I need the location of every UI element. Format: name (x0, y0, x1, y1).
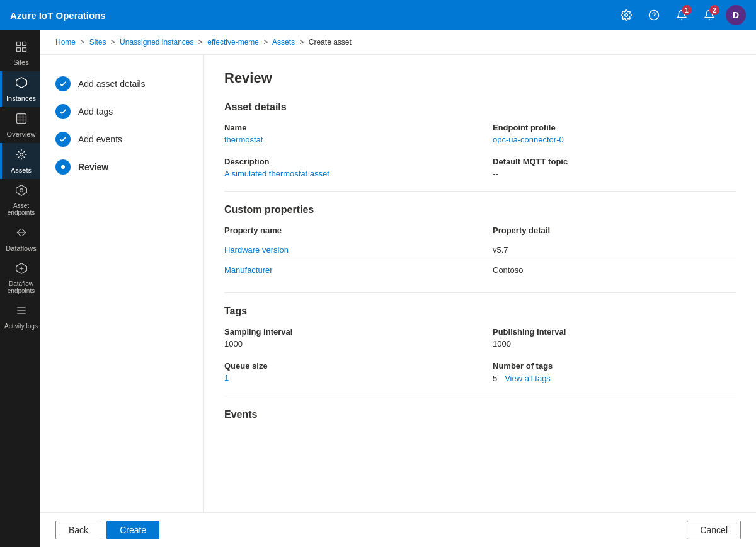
divider-2 (224, 292, 736, 293)
wizard-steps-panel: Add asset details Add tags (40, 55, 204, 512)
instances-icon (15, 76, 28, 92)
sidebar-item-assets-label: Assets (11, 166, 32, 174)
step-circle-4 (55, 159, 71, 175)
breadcrumb-unassigned-instances[interactable]: Unassigned instances (120, 38, 193, 47)
step-review[interactable]: Review (50, 153, 193, 181)
sidebar-item-sites-label: Sites (13, 59, 28, 66)
property-detail-col-header: Property detail (493, 226, 736, 235)
sampling-interval-value: 1000 (224, 339, 467, 348)
queue-size-field: Queue size 1 (224, 361, 467, 383)
sidebar-item-overview-label: Overview (7, 130, 36, 138)
notifications2-button[interactable]: 2 (698, 4, 721, 26)
prop-value-1: v5.7 (493, 245, 736, 255)
svg-point-15 (20, 189, 23, 192)
sidebar: Sites Instances Overview (0, 30, 40, 547)
sidebar-item-activity-logs[interactable]: Activity logs (0, 299, 40, 335)
settings-button[interactable] (615, 4, 638, 26)
asset-details-section-title: Asset details (224, 101, 736, 113)
step-label-3: Add events (78, 134, 122, 144)
publishing-interval-label: Publishing interval (493, 327, 736, 337)
number-of-tags-value: 5 (493, 374, 497, 383)
step-label-1: Add asset details (78, 79, 146, 89)
custom-properties-section-title: Custom properties (224, 204, 736, 216)
events-section-title: Events (224, 409, 736, 420)
sidebar-item-dataflow-endpoints-label: Dataflow endpoints (4, 280, 38, 294)
sites-icon (15, 40, 28, 56)
sidebar-item-dataflows[interactable]: Dataflows (0, 221, 40, 257)
svg-rect-4 (22, 42, 26, 46)
sidebar-item-dataflows-label: Dataflows (6, 245, 36, 252)
dataflow-endpoints-icon (15, 262, 28, 278)
sidebar-item-asset-endpoints-label: Asset endpoints (4, 202, 38, 216)
assets-icon (15, 148, 28, 164)
svg-marker-14 (16, 185, 26, 196)
breadcrumb-current: Create asset (309, 38, 352, 47)
sidebar-item-dataflow-endpoints[interactable]: Dataflow endpoints (0, 257, 40, 299)
step-circle-1 (55, 76, 71, 91)
breadcrumb-home[interactable]: Home (55, 38, 76, 47)
custom-prop-row-2: Manufacturer Contoso (224, 260, 736, 280)
svg-point-20 (61, 165, 65, 169)
sidebar-item-sites[interactable]: Sites (0, 35, 40, 71)
create-button[interactable]: Create (106, 521, 159, 539)
step-add-asset-details[interactable]: Add asset details (50, 70, 193, 98)
step-circle-3 (55, 132, 71, 147)
cancel-button[interactable]: Cancel (687, 521, 741, 539)
sidebar-item-asset-endpoints[interactable]: Asset endpoints (0, 179, 40, 221)
asset-details-grid: Name thermostat Endpoint profile opc-ua-… (224, 123, 736, 178)
sidebar-item-assets[interactable]: Assets (0, 143, 40, 179)
publishing-interval-value: 1000 (493, 339, 736, 348)
tags-section-title: Tags (224, 306, 736, 317)
content-area: Home > Sites > Unassigned instances > ef… (40, 30, 756, 547)
sidebar-item-activity-logs-label: Activity logs (4, 323, 38, 330)
back-button[interactable]: Back (55, 521, 101, 539)
notifications1-button[interactable]: 1 (670, 4, 693, 26)
review-title: Review (224, 70, 736, 86)
svg-marker-7 (16, 78, 26, 88)
custom-prop-row-1: Hardware version v5.7 (224, 240, 736, 260)
help-button[interactable] (643, 4, 665, 26)
wizard-layout: Add asset details Add tags (40, 55, 756, 512)
svg-rect-5 (16, 48, 20, 52)
divider-3 (224, 396, 736, 396)
description-value: A simulated thermostat asset (224, 169, 467, 178)
endpoint-profile-field: Endpoint profile opc-ua-connector-0 (493, 123, 736, 144)
step-add-events[interactable]: Add events (50, 125, 193, 153)
overview-icon (15, 112, 28, 128)
name-value: thermostat (224, 135, 467, 144)
activity-logs-icon (15, 304, 28, 320)
sidebar-item-instances[interactable]: Instances (0, 71, 40, 107)
description-label: Description (224, 157, 467, 166)
avatar[interactable]: D (726, 5, 746, 25)
svg-point-13 (20, 153, 23, 156)
custom-props-header: Property name Property detail (224, 226, 736, 235)
step-label-4: Review (78, 162, 108, 172)
name-label: Name (224, 123, 467, 132)
step-add-tags[interactable]: Add tags (50, 98, 193, 125)
notifications2-badge: 2 (709, 5, 719, 15)
number-of-tags-row: 5 View all tags (493, 373, 736, 383)
sampling-interval-field: Sampling interval 1000 (224, 327, 467, 348)
breadcrumb-effective-meme[interactable]: effective-meme (207, 38, 259, 47)
sampling-interval-label: Sampling interval (224, 327, 467, 337)
step-label-2: Add tags (78, 107, 113, 117)
endpoint-profile-label: Endpoint profile (493, 123, 736, 132)
breadcrumb-sites[interactable]: Sites (89, 38, 106, 47)
view-all-tags-link[interactable]: View all tags (505, 374, 551, 383)
name-field: Name thermostat (224, 123, 467, 144)
description-field: Description A simulated thermostat asset (224, 157, 467, 178)
sidebar-item-overview[interactable]: Overview (0, 107, 40, 143)
notifications1-badge: 1 (682, 5, 692, 15)
tags-grid: Sampling interval 1000 Publishing interv… (224, 327, 736, 383)
sidebar-item-instances-label: Instances (6, 95, 36, 102)
endpoint-profile-value: opc-ua-connector-0 (493, 135, 736, 144)
svg-rect-3 (16, 42, 20, 46)
property-name-col-header: Property name (224, 226, 467, 235)
nav-icons: 1 2 D (615, 4, 746, 26)
svg-rect-8 (16, 114, 26, 124)
default-mqtt-topic-value: -- (493, 169, 736, 178)
queue-size-value: 1 (224, 373, 467, 383)
breadcrumb: Home > Sites > Unassigned instances > ef… (40, 30, 756, 55)
dataflows-icon (15, 226, 28, 242)
breadcrumb-assets[interactable]: Assets (272, 38, 295, 47)
